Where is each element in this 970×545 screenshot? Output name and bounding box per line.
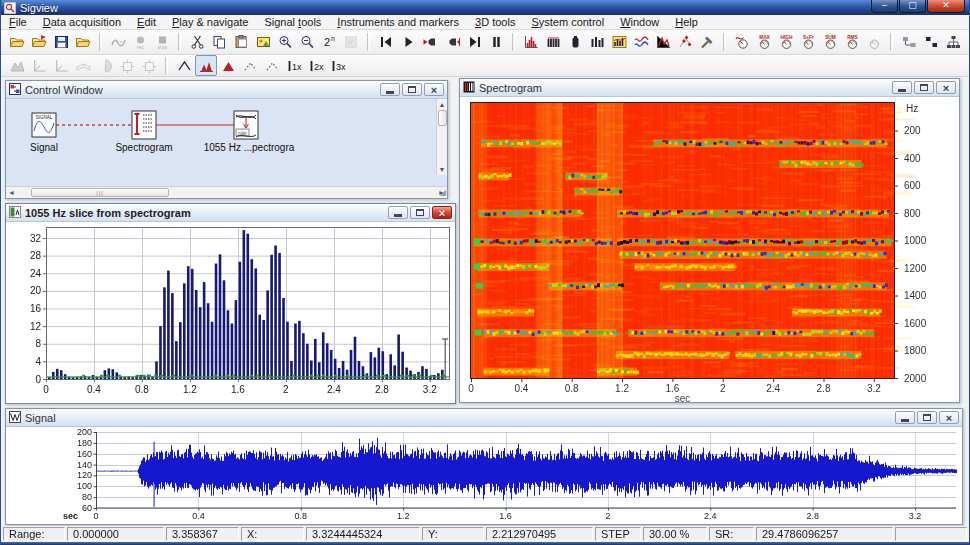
status-sr-label: SR: [709,527,754,541]
play-icon[interactable] [397,32,419,53]
signal-node[interactable]: SIGNAL [32,113,56,137]
scroll-up-icon[interactable]: ▲ [437,99,448,110]
toolbar-separator [890,33,893,51]
spectrogram-window-titlebar[interactable]: Spectrogram × [460,79,959,97]
app-maximize-button[interactable]: ▢ [899,0,926,13]
status-range-end: 3.358367 [166,527,239,541]
zoom-out-icon[interactable] [296,32,318,53]
custom-tools-icon[interactable] [696,32,718,53]
sum-instrument-icon[interactable]: SUM [819,32,841,53]
toolbar-main: recstop2nMAXHIGHS+FrSUMRMS [1,30,969,55]
copy-image-icon[interactable] [252,32,274,53]
dotted-peak-icon[interactable] [239,55,261,76]
paste-icon[interactable] [230,32,252,53]
signal-instrument-icon[interactable] [731,32,753,53]
triangle-peak-icon[interactable] [217,55,239,76]
play-forward-icon[interactable] [441,32,463,53]
histogram-icon[interactable] [608,32,630,53]
copy-icon[interactable] [208,32,230,53]
menu-window[interactable]: Window [612,15,667,29]
open-file-icon[interactable] [6,32,28,53]
signal-plot[interactable] [6,427,962,524]
contour-3d-icon [94,55,116,76]
fft-icon[interactable] [520,32,542,53]
signal-flow-diagram[interactable]: SIGNAL ruler [6,99,436,175]
slice-window: 1055 Hz slice from spectrogram × [5,203,456,404]
spectrogram-plot[interactable] [460,97,959,402]
workspace-blocks-icon[interactable] [920,32,942,53]
save-icon[interactable] [50,32,72,53]
app-minimize-button[interactable]: – [871,0,898,13]
control-maximize-button[interactable] [402,83,422,96]
svg-text:2: 2 [324,36,330,48]
filled-peak-icon[interactable] [195,55,217,76]
dotted-peak2-icon[interactable] [261,55,283,76]
control-close-button[interactable]: × [424,83,444,96]
toolbar-separator [178,33,181,51]
menu-system-control[interactable]: System control [523,15,612,29]
menu-file[interactable]: File [1,15,35,29]
power-of-two-icon[interactable]: 2n [318,32,340,53]
spectrogram-maximize-button[interactable] [914,81,934,94]
play-reverse-icon[interactable] [419,32,441,53]
signal-window-titlebar[interactable]: Signal × [6,409,962,427]
scroll-down-icon[interactable]: ▼ [437,164,448,175]
menu-help[interactable]: Help [667,15,706,29]
high-instrument-icon[interactable]: HIGH [775,32,797,53]
spectrogram-minimize-button[interactable] [892,81,912,94]
open-workspace-icon[interactable] [72,32,94,53]
max-instrument-icon[interactable]: MAX [753,32,775,53]
workspace-tree-icon[interactable] [942,32,964,53]
signal-minimize-button[interactable] [895,411,915,424]
app-close-button[interactable]: ✕ [927,0,965,13]
slice-minimize-button[interactable] [388,206,408,219]
resize-grip[interactable]: ◢ [440,188,446,197]
menu-3d-tools[interactable]: 3D tools [467,15,523,29]
spectrogram-tool-icon[interactable] [542,32,564,53]
scatter-tool-icon[interactable] [674,32,696,53]
slice-window-titlebar[interactable]: 1055 Hz slice from spectrogram × [6,204,455,222]
signal-close-button[interactable]: × [939,411,959,424]
slice-plot[interactable] [6,222,455,403]
menu-signal-tools[interactable]: Signal tools [256,15,329,29]
peak-detect-icon[interactable] [652,32,674,53]
rms-instrument-icon[interactable]: RMS [841,32,863,53]
expand-3d-icon [116,55,138,76]
sfr-instrument-icon[interactable]: S+Fr [797,32,819,53]
control-horizontal-scrollbar[interactable]: ◄ ||| ► [6,186,447,198]
axes-3d-icon [28,55,50,76]
pause-icon[interactable] [485,32,507,53]
line-peak-icon[interactable] [173,55,195,76]
svg-text:SIGNAL: SIGNAL [36,115,53,120]
app-titlebar[interactable]: Sigview – ▢ ✕ [1,0,969,15]
zoom-1x-icon[interactable]: 1x [283,55,305,76]
go-to-start-icon[interactable] [375,32,397,53]
svg-text:SUM: SUM [825,35,836,40]
signal-maximize-button[interactable] [917,411,937,424]
signal-probe-icon[interactable] [564,32,586,53]
slice-node[interactable]: ruler [234,111,258,139]
open-signal-file-icon[interactable] [28,32,50,53]
zoom-3x-icon[interactable]: 3x [327,55,349,76]
spectrogram-node[interactable] [132,111,156,139]
menu-instruments-and-markers[interactable]: Instruments and markers [329,15,467,29]
go-to-end-icon[interactable] [463,32,485,53]
cut-icon[interactable] [186,32,208,53]
status-y-value: 2.212970495 [486,527,593,541]
workspace-layout-icon[interactable] [898,32,920,53]
filter-bank-icon[interactable] [586,32,608,53]
slice-maximize-button[interactable] [410,206,430,219]
control-minimize-button[interactable] [380,83,400,96]
control-vertical-scrollbar[interactable]: ▲ ▼ [436,99,447,175]
zoom-2x-icon[interactable]: 2x [305,55,327,76]
control-window-titlebar[interactable]: Control Window × [6,81,447,99]
menu-edit[interactable]: Edit [129,15,164,29]
spectrogram-close-button[interactable]: × [936,81,956,94]
signal-overlay-icon[interactable] [630,32,652,53]
zoom-in-icon[interactable] [274,32,296,53]
menu-play-navigate[interactable]: Play & navigate [164,15,256,29]
toolbar-separator [165,57,168,75]
menu-data-acquisition[interactable]: Data acquisition [35,15,129,29]
slice-close-button[interactable]: × [432,206,452,219]
scroll-left-icon[interactable]: ◄ [6,187,17,198]
